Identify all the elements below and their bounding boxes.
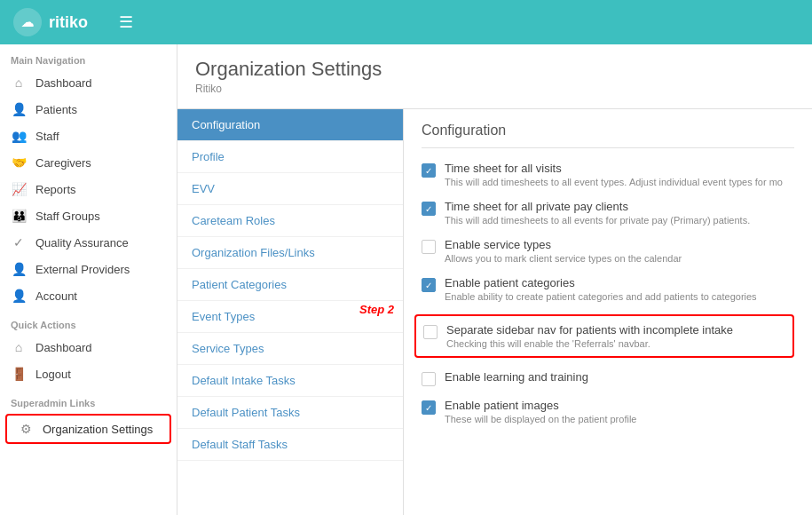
settings-nav-patient-categories[interactable]: Patient Categories [177, 269, 403, 301]
ext-providers-icon: 👤 [11, 262, 27, 276]
sidebar-item-quality-assurance[interactable]: ✓ Quality Assurance [0, 229, 177, 256]
page-subtitle: Ritiko [195, 83, 794, 95]
config-desc: Allows you to mark client service types … [445, 253, 682, 264]
account-icon: 👤 [11, 289, 27, 303]
checkbox-patient-categories[interactable]: ✓ [422, 278, 436, 292]
sidebar-item-label: Patients [35, 103, 77, 116]
sidebar-item-org-settings[interactable]: ⚙ Organization Settings [5, 414, 171, 444]
sidebar-item-logout[interactable]: 🚪 Logout Step 1 [0, 360, 177, 387]
sidebar-item-label: Caregivers [35, 156, 91, 170]
caregivers-icon: 🤝 [11, 155, 27, 170]
config-item-timesheet-private: ✓ Time sheet for all private pay clients… [422, 200, 794, 226]
settings-nav-default-intake-tasks[interactable]: Default Intake Tasks [177, 365, 403, 397]
config-label: Separate sidebar nav for patients with i… [446, 323, 733, 337]
config-text-timesheet-private: Time sheet for all private pay clients T… [445, 200, 750, 226]
sidebar-item-reports[interactable]: 📈 Reports [0, 176, 177, 202]
settings-panel: Configuration ✓ Time sheet for all visit… [404, 109, 812, 515]
staff-groups-icon: 👪 [11, 209, 27, 223]
settings-nav-evv[interactable]: EVV [177, 173, 403, 205]
staff-icon: 👥 [11, 129, 27, 143]
sidebar-item-staff[interactable]: 👥 Staff [0, 123, 177, 149]
config-text-patient-categories: Enable patient categories Enable ability… [445, 276, 757, 302]
content-area: Organization Settings Ritiko Configurati… [177, 44, 812, 515]
settings-nav-careteam-roles[interactable]: Careteam Roles [177, 205, 403, 237]
config-item-patient-categories: ✓ Enable patient categories Enable abili… [422, 276, 794, 302]
checkbox-patient-images[interactable]: ✓ [422, 400, 436, 415]
config-label: Enable patient images [445, 399, 636, 412]
config-label: Enable service types [445, 238, 682, 251]
settings-nav: Configuration Profile EVV Careteam Roles… [177, 109, 404, 515]
patients-icon: 👤 [11, 102, 27, 116]
checkbox-learning[interactable] [422, 372, 436, 386]
config-item-sidebar-nav: Separate sidebar nav for patients with i… [414, 314, 794, 358]
settings-nav-configuration[interactable]: Configuration [177, 109, 403, 141]
logo-text: ritiko [49, 13, 88, 32]
sidebar-item-label: Staff Groups [35, 210, 100, 223]
settings-nav-profile[interactable]: Profile [177, 141, 403, 173]
settings-nav-service-types[interactable]: Service Types [177, 333, 403, 365]
logout-icon: 🚪 [11, 367, 27, 381]
config-desc: This will add timesheets to all events f… [445, 215, 750, 226]
settings-nav-org-files[interactable]: Organization Files/Links [177, 237, 403, 269]
config-text-learning: Enable learning and training [445, 370, 588, 385]
logo-icon: ☁ [13, 8, 42, 36]
config-item-timesheet-all: ✓ Time sheet for all visits This will ad… [422, 162, 794, 187]
sidebar: Main Navigation ⌂ Dashboard 👤 Patients 👥… [0, 44, 177, 515]
event-types-label: Event Types [192, 310, 255, 323]
top-header: ☁ ritiko ☰ [0, 0, 812, 44]
sidebar-item-label: Staff [35, 130, 59, 143]
sidebar-item-label: Organization Settings [43, 423, 153, 436]
config-desc: Enable ability to create patient categor… [445, 291, 757, 302]
page-header: Organization Settings Ritiko [177, 44, 812, 109]
panel-title: Configuration [422, 123, 794, 148]
sidebar-item-account[interactable]: 👤 Account [0, 282, 177, 309]
sidebar-item-caregivers[interactable]: 🤝 Caregivers [0, 149, 177, 176]
checkbox-sidebar-nav[interactable] [423, 325, 438, 339]
sidebar-item-staff-groups[interactable]: 👪 Staff Groups [0, 202, 177, 229]
sidebar-item-external-providers[interactable]: 👤 External Providers [0, 256, 177, 282]
quick-actions-label: Quick Actions [0, 309, 177, 334]
checkbox-timesheet-private[interactable]: ✓ [422, 202, 436, 216]
config-label: Enable learning and training [445, 370, 588, 384]
step2-annotation: Step 2 [359, 303, 394, 316]
config-item-service-types: Enable service types Allows you to mark … [422, 238, 794, 264]
config-text-patient-images: Enable patient images These will be disp… [445, 399, 636, 424]
sidebar-item-label: Reports [35, 183, 76, 196]
sidebar-item-label: Account [35, 289, 77, 303]
logo-area: ☁ ritiko [13, 8, 88, 36]
config-label: Enable patient categories [445, 276, 757, 289]
org-settings-icon: ⚙ [18, 422, 34, 436]
sidebar-item-patients[interactable]: 👤 Patients [0, 96, 177, 123]
sidebar-item-label: Dashboard [35, 76, 92, 90]
config-item-patient-images: ✓ Enable patient images These will be di… [422, 399, 794, 424]
main-nav-label: Main Navigation [0, 44, 177, 69]
home-icon: ⌂ [11, 75, 27, 90]
sidebar-item-label: Quality Assurance [35, 236, 129, 250]
config-text-timesheet-all: Time sheet for all visits This will add … [445, 162, 783, 187]
config-label: Time sheet for all visits [445, 162, 783, 175]
main-layout: Main Navigation ⌂ Dashboard 👤 Patients 👥… [0, 44, 812, 515]
config-desc: This will add timesheets to all event ty… [445, 177, 783, 187]
sidebar-item-qa-dashboard[interactable]: ⌂ Dashboard [0, 334, 177, 360]
sidebar-item-label: External Providers [35, 263, 130, 276]
config-text-sidebar-nav: Separate sidebar nav for patients with i… [446, 323, 733, 349]
superadmin-label: Superadmin Links [0, 387, 177, 412]
sidebar-item-dashboard[interactable]: ⌂ Dashboard [0, 69, 177, 96]
qa-icon: ✓ [11, 235, 27, 250]
config-desc: These will be displayed on the patient p… [445, 414, 636, 424]
sidebar-item-label: Logout [35, 368, 71, 381]
settings-nav-event-types[interactable]: Event Types Step 2 [177, 301, 403, 333]
config-text-service-types: Enable service types Allows you to mark … [445, 238, 682, 264]
checkbox-service-types[interactable] [422, 240, 436, 254]
settings-nav-default-staff-tasks[interactable]: Default Staff Tasks [177, 429, 403, 461]
config-label: Time sheet for all private pay clients [445, 200, 750, 213]
page-title: Organization Settings [195, 58, 794, 81]
checkbox-timesheet-all[interactable]: ✓ [422, 163, 436, 178]
hamburger-button[interactable]: ☰ [119, 12, 133, 32]
config-desc: Checking this will enable the 'Referrals… [446, 338, 733, 349]
reports-icon: 📈 [11, 182, 27, 196]
settings-nav-default-patient-tasks[interactable]: Default Patient Tasks [177, 397, 403, 429]
qa-dashboard-icon: ⌂ [11, 340, 27, 354]
settings-layout: Configuration Profile EVV Careteam Roles… [177, 109, 812, 515]
config-item-learning: Enable learning and training [422, 370, 794, 386]
